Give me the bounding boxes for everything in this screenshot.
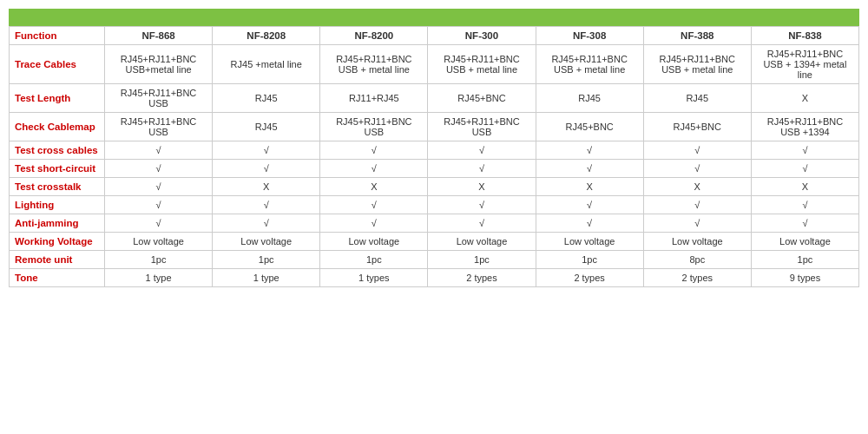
col-function-header: Function <box>10 27 105 45</box>
table-cell: 1 types <box>320 269 428 287</box>
table-cell: Low voltage <box>428 233 536 251</box>
table-cell: √ <box>320 160 428 178</box>
table-cell: √ <box>428 196 536 214</box>
row-label-test-length: Test Length <box>10 84 105 113</box>
table-cell: RJ45+BNC <box>428 84 536 113</box>
table-cell: RJ45+RJ11+BNCUSB + metal line <box>643 45 751 84</box>
table-cell: √ <box>213 214 320 233</box>
table-cell: √ <box>643 160 751 178</box>
row-label-lighting: Lighting <box>10 196 105 214</box>
col-model-header-NF-388: NF-388 <box>643 27 751 45</box>
col-model-header-NF-868: NF-868 <box>105 27 213 45</box>
table-row: Trace CablesRJ45+RJ11+BNCUSB+metal lineR… <box>10 45 859 84</box>
table-row: Test short-circuit√√√√√√√ <box>10 160 859 178</box>
table-cell: √ <box>536 196 643 214</box>
table-cell: √ <box>536 214 643 233</box>
row-label-tone: Tone <box>10 269 105 287</box>
table-cell: RJ45+RJ11+BNCUSB <box>320 113 428 141</box>
table-cell: RJ45 <box>643 84 751 113</box>
table-cell: √ <box>751 141 858 160</box>
row-label-trace-cables: Trace Cables <box>10 45 105 84</box>
table-cell: RJ45+RJ11+BNCUSB + metal line <box>428 45 536 84</box>
table-row: Lighting√√√√√√√ <box>10 196 859 214</box>
row-label-check-cablemap: Check Cablemap <box>10 113 105 141</box>
table-cell: √ <box>320 214 428 233</box>
col-model-header-NF-8200: NF-8200 <box>320 27 428 45</box>
table-cell: √ <box>213 141 320 160</box>
table-row: Anti-jamming√√√√√√√ <box>10 214 859 233</box>
table-cell: Low voltage <box>213 233 320 251</box>
row-label-test-short-circuit: Test short-circuit <box>10 160 105 178</box>
table-cell: √ <box>536 141 643 160</box>
table-cell: RJ45+RJ11+BNCUSB <box>105 84 213 113</box>
col-model-header-NF-300: NF-300 <box>428 27 536 45</box>
table-header-row: FunctionNF-868NF-8208NF-8200NF-300NF-308… <box>10 27 859 45</box>
table-cell: √ <box>751 196 858 214</box>
table-cell: RJ45 <box>536 84 643 113</box>
table-cell: 1pc <box>536 251 643 269</box>
table-cell: 2 types <box>643 269 751 287</box>
table-cell: √ <box>428 160 536 178</box>
table-cell: RJ45+RJ11+BNCUSB + metal line <box>320 45 428 84</box>
table-cell: RJ45 +metal line <box>213 45 320 84</box>
table-cell: Low voltage <box>536 233 643 251</box>
row-label-anti-jamming: Anti-jamming <box>10 214 105 233</box>
table-cell: √ <box>536 160 643 178</box>
table-cell: Low voltage <box>320 233 428 251</box>
table-cell: 2 types <box>536 269 643 287</box>
table-cell: RJ45 <box>213 84 320 113</box>
table-row: Test LengthRJ45+RJ11+BNCUSBRJ45RJ11+RJ45… <box>10 84 859 113</box>
table-cell: 1pc <box>320 251 428 269</box>
table-cell: RJ45+RJ11+BNCUSB <box>428 113 536 141</box>
table-cell: RJ45+RJ11+BNCUSB +1394 <box>751 113 858 141</box>
comparison-table: FunctionNF-868NF-8208NF-8200NF-300NF-308… <box>9 26 859 287</box>
table-cell: √ <box>105 214 213 233</box>
table-cell: √ <box>643 214 751 233</box>
table-cell: √ <box>105 160 213 178</box>
table-cell: X <box>428 178 536 196</box>
table-cell: 2 types <box>428 269 536 287</box>
table-cell: √ <box>428 141 536 160</box>
table-cell: RJ45+BNC <box>536 113 643 141</box>
table-cell: RJ45 <box>213 113 320 141</box>
table-cell: Low voltage <box>105 233 213 251</box>
table-row: Test cross cables√√√√√√√ <box>10 141 859 160</box>
table-cell: √ <box>213 160 320 178</box>
table-row: Tone1 type1 type1 types2 types2 types2 t… <box>10 269 859 287</box>
row-label-remote-unit: Remote unit <box>10 251 105 269</box>
table-cell: 1pc <box>213 251 320 269</box>
col-model-header-NF-8208: NF-8208 <box>213 27 320 45</box>
table-cell: √ <box>320 196 428 214</box>
table-cell: 1pc <box>105 251 213 269</box>
table-cell: 1 type <box>213 269 320 287</box>
table-cell: √ <box>751 214 858 233</box>
table-cell: X <box>751 84 858 113</box>
page-wrapper: FunctionNF-868NF-8208NF-8200NF-300NF-308… <box>0 0 868 296</box>
table-cell: √ <box>320 141 428 160</box>
table-row: Check CablemapRJ45+RJ11+BNCUSBRJ45RJ45+R… <box>10 113 859 141</box>
table-cell: √ <box>751 160 858 178</box>
col-model-header-NF-838: NF-838 <box>751 27 858 45</box>
table-cell: RJ45+RJ11+BNCUSB <box>105 113 213 141</box>
table-cell: 1pc <box>751 251 858 269</box>
row-label-test-crosstalk: Test crosstalk <box>10 178 105 196</box>
table-cell: X <box>536 178 643 196</box>
table-cell: RJ45+BNC <box>643 113 751 141</box>
table-cell: 9 types <box>751 269 858 287</box>
table-cell: √ <box>105 178 213 196</box>
table-cell: X <box>643 178 751 196</box>
table-cell: √ <box>428 214 536 233</box>
col-model-header-NF-308: NF-308 <box>536 27 643 45</box>
table-cell: X <box>751 178 858 196</box>
table-cell: RJ45+RJ11+BNCUSB+metal line <box>105 45 213 84</box>
table-cell: 8pc <box>643 251 751 269</box>
table-cell: √ <box>105 141 213 160</box>
table-cell: √ <box>643 196 751 214</box>
table-row: Test crosstalk√XXXXXX <box>10 178 859 196</box>
table-cell: RJ45+RJ11+BNCUSB + metal line <box>536 45 643 84</box>
title-bar <box>9 9 859 26</box>
table-cell: X <box>213 178 320 196</box>
table-row: Remote unit1pc1pc1pc1pc1pc8pc1pc <box>10 251 859 269</box>
table-cell: 1pc <box>428 251 536 269</box>
table-cell: X <box>320 178 428 196</box>
